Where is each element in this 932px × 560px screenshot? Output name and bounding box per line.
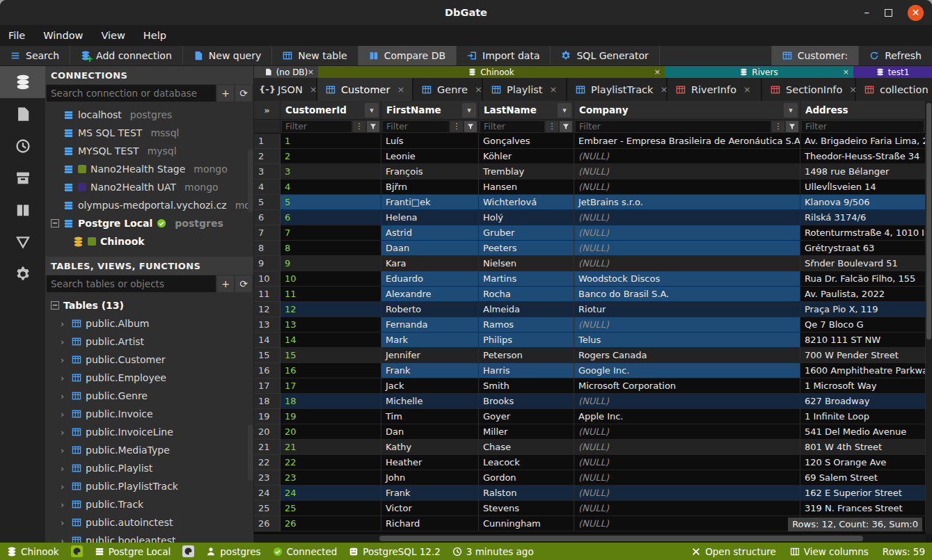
cell-firstname[interactable]: Eduardo [381,271,479,287]
row-number[interactable]: 12 [254,302,281,317]
sidebar-history-button[interactable] [0,130,45,162]
row-number[interactable]: 2 [254,149,281,164]
cell-firstname[interactable]: Jennifer [381,348,479,363]
cell-customerid[interactable]: 6 [281,210,381,225]
row-number[interactable]: 13 [254,317,281,333]
row-number[interactable]: 22 [254,455,281,470]
cell-address[interactable]: Klanova 9/506 [800,195,926,210]
row-number[interactable]: 17 [254,378,281,394]
cell-customerid[interactable]: 21 [281,440,381,455]
cell-firstname[interactable]: Kathy [381,440,479,455]
table-item-public-artist[interactable]: ›public.Artist [45,333,253,351]
cell-address[interactable]: Rilská 3174/6 [800,210,926,225]
cell-customerid[interactable]: 4 [281,179,381,195]
cell-customerid[interactable]: 18 [281,394,381,409]
tab-group-chinook[interactable]: Chinook× [318,66,665,78]
filter-funnel-icon[interactable] [367,121,379,132]
tab-group-test1[interactable]: test1 [853,66,932,78]
collapse-icon[interactable]: − [51,219,59,227]
row-number[interactable]: 16 [254,363,281,378]
cell-customerid[interactable]: 11 [281,287,381,302]
tables-search-input[interactable] [47,275,216,292]
cell-company[interactable]: (NULL) [574,470,800,486]
cell-address[interactable]: 8210 111 ST NW [800,333,926,348]
cell-company[interactable]: (NULL) [574,225,800,241]
cell-lastname[interactable]: Chase [479,440,574,455]
cell-customerid[interactable]: 1 [281,134,381,149]
cell-firstname[interactable]: Roberto [381,302,479,317]
filter-menu-icon[interactable]: ⋮ [450,121,463,132]
toolbar-button-add-connection[interactable]: +Add connection [70,46,183,65]
cell-customerid[interactable]: 13 [281,317,381,333]
column-menu-icon[interactable]: ▾ [558,103,571,118]
connection-item-chinook[interactable]: Chinook [45,232,253,250]
cell-lastname[interactable]: Goyer [479,409,574,424]
cell-firstname[interactable]: Dan [381,424,479,440]
table-item-public-mediatype[interactable]: ›public.MediaType [45,441,253,459]
cell-customerid[interactable]: 2 [281,149,381,164]
cell-company[interactable]: Riotur [574,302,800,317]
sidebar-book-button[interactable] [0,194,45,226]
refresh-tables-button[interactable]: ⟳ [235,275,252,292]
table-item-public-autoinctest[interactable]: ›public.autoinctest [45,513,253,531]
toolbar-button-new-table[interactable]: New table [272,46,358,65]
cell-firstname[interactable]: Victor [381,501,479,516]
cell-customerid[interactable]: 8 [281,241,381,256]
filter-funnel-icon[interactable] [464,121,477,132]
horizontal-scrollbar-thumb[interactable] [379,536,863,541]
cell-customerid[interactable]: 9 [281,256,381,271]
cell-lastname[interactable]: Martins [479,271,574,287]
column-menu-icon[interactable]: ▾ [784,103,798,118]
table-item-public-album[interactable]: ›public.Album [45,314,253,333]
row-number[interactable]: 9 [254,256,281,271]
cell-lastname[interactable]: Stevens [479,501,574,516]
close-tab-icon[interactable]: × [310,84,317,95]
cell-customerid[interactable]: 22 [281,455,381,470]
cell-lastname[interactable]: Ramos [479,317,574,333]
cell-lastname[interactable]: Almeida [479,302,574,317]
cell-lastname[interactable]: Peterson [479,348,574,363]
cell-company[interactable]: (NULL) [574,317,800,333]
cell-company[interactable]: (NULL) [574,424,800,440]
close-tab-icon[interactable]: × [743,84,751,95]
row-number[interactable]: 6 [254,210,281,225]
sidebar-database-button[interactable] [0,66,45,98]
tab-group-rivers[interactable]: Rivers× [665,66,853,78]
connection-item-postgre-local[interactable]: −Postgre Localpostgres [45,214,253,232]
column-header-firstname[interactable]: FirstName▾ [381,101,479,120]
menu-help[interactable]: Help [143,30,166,41]
expand-caret-icon[interactable]: › [61,409,68,419]
cell-lastname[interactable]: Tremblay [479,164,574,179]
cell-company[interactable]: (NULL) [574,440,800,455]
table-item-public-playlisttrack[interactable]: ›public.PlaylistTrack [45,477,253,495]
connections-scrollbar-thumb[interactable] [248,150,253,212]
column-header-company[interactable]: Company▾ [574,101,800,120]
menu-view[interactable]: View [101,30,125,41]
connection-item-olympus-medportal-vychozi-cz[interactable]: olympus-medportal.vychozi.czmongo [45,196,253,214]
collapse-icon[interactable]: − [51,301,59,310]
cell-address[interactable]: 1 Microsoft Way [800,378,926,394]
cell-company[interactable]: (NULL) [574,179,800,195]
cell-lastname[interactable]: Gordon [479,470,574,486]
cell-company[interactable]: (NULL) [574,394,800,409]
cell-customerid[interactable]: 12 [281,302,381,317]
row-number[interactable]: 23 [254,470,281,486]
close-tab-icon[interactable]: × [550,84,558,95]
refresh-connections-button[interactable]: ⟳ [235,85,252,102]
cell-firstname[interactable]: Richard [381,516,479,531]
minimize-button[interactable]: – [864,9,870,16]
filter-funnel-icon[interactable] [560,121,572,132]
cell-address[interactable]: Praça Pio X, 119 [800,302,926,317]
expand-caret-icon[interactable]: › [61,337,68,347]
cell-address[interactable]: 319 N. Frances Street [800,501,926,516]
cell-company[interactable]: Rogers Canada [574,348,800,363]
vertical-scrollbar-thumb[interactable] [926,103,931,339]
table-item-public-invoiceline[interactable]: ›public.InvoiceLine [45,423,253,441]
cell-address[interactable]: Theodor-Heuss-Straße 34 [800,149,926,164]
row-number[interactable]: 10 [254,271,281,287]
status-open-structure[interactable]: Open structure [691,546,776,557]
expand-caret-icon[interactable]: › [61,427,68,438]
row-number[interactable]: 18 [254,394,281,409]
cell-firstname[interactable]: Luís [381,134,479,149]
cell-address[interactable]: 541 Del Medio Avenue [800,424,926,440]
